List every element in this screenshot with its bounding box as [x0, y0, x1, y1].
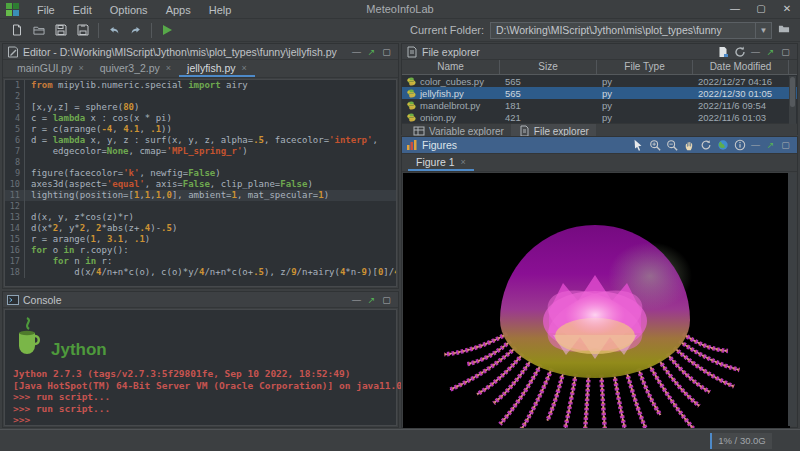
column-header-file-type[interactable]: File Type	[597, 60, 693, 74]
float-panel-icon[interactable]: ↗	[763, 138, 778, 152]
editor-tab-mainGUI.py[interactable]: mainGUI.py×	[9, 60, 92, 77]
float-panel-icon[interactable]: ↗	[763, 45, 778, 59]
tab-label: Variable explorer	[429, 126, 504, 137]
code-text	[25, 201, 31, 212]
close-tab-icon[interactable]: ×	[78, 63, 83, 73]
maximize-panel-icon[interactable]: ▢	[778, 45, 793, 59]
file-explorer-header: File explorer —↗▢	[402, 44, 797, 60]
editor-tab-bar: mainGUI.py×quiver3_2.py×jellyfish.py×	[3, 60, 398, 78]
open-file-button[interactable]	[28, 21, 50, 40]
maximize-panel-icon[interactable]: ▢	[778, 138, 793, 152]
terminal-icon	[7, 294, 19, 306]
close-tab-icon[interactable]: ×	[461, 157, 466, 167]
minimize-panel-icon[interactable]: —	[748, 45, 763, 59]
new-item-button[interactable]	[714, 45, 731, 59]
column-header-date-modified[interactable]: Date Modified	[693, 60, 789, 74]
zoom-out-icon	[666, 139, 678, 151]
figure-canvas[interactable]	[403, 173, 788, 426]
pan-button[interactable]	[680, 138, 697, 152]
code-line: 13d(x, y, z*cos(z)*r)	[5, 212, 396, 223]
console-lines: Jython 2.7.3 (tags/v2.7.3:5f29801fe, Sep…	[13, 368, 388, 426]
menu-options[interactable]: Options	[101, 4, 157, 16]
zoom-in-button[interactable]	[646, 138, 663, 152]
code-lines: 1from mipylib.numeric.special import air…	[5, 80, 396, 278]
redo-icon	[130, 24, 142, 36]
line-number: 11	[5, 190, 25, 201]
current-folder-combobox[interactable]: D:\Working\MIScript\Jython\mis\plot_type…	[490, 22, 772, 39]
current-folder-value[interactable]: D:\Working\MIScript\Jython\mis\plot_type…	[491, 24, 755, 36]
globe-button[interactable]	[714, 138, 731, 152]
toolbar-separator	[151, 23, 152, 38]
status-bar: 1% / 30.0G	[0, 429, 800, 451]
console-panel-header: Console —↗▢	[3, 292, 398, 308]
file-row-onion.py[interactable]: onion.py421py2022/11/6 01:03	[402, 111, 797, 123]
column-header-name[interactable]: Name	[402, 60, 500, 74]
menu-apps[interactable]: Apps	[157, 4, 200, 16]
menu-file[interactable]: File	[28, 4, 64, 16]
code-text: r = c(arange(-4, 4.1, .1))	[25, 124, 172, 135]
file-row-color_cubes.py[interactable]: color_cubes.py565py2022/12/27 04:16	[402, 75, 797, 87]
minimize-panel-icon[interactable]: —	[748, 138, 763, 152]
line-number: 6	[5, 135, 25, 146]
minimize-panel-icon[interactable]: —	[349, 45, 364, 59]
code-line: 10axes3d(aspect='equal', axis=False, cli…	[5, 179, 396, 190]
editor-tab-jellyfish.py[interactable]: jellyfish.py×	[179, 60, 255, 77]
file-cell: 2022/12/27 04:16	[693, 76, 789, 87]
save-icon	[55, 24, 67, 36]
menu-help[interactable]: Help	[200, 4, 241, 16]
close-window-icon[interactable]: ✕	[774, 0, 800, 18]
file-row-mandelbrot.py[interactable]: mandelbrot.py181py2022/11/6 09:54	[402, 99, 797, 111]
refresh-button[interactable]	[731, 45, 748, 59]
float-panel-icon[interactable]: ↗	[364, 293, 379, 307]
jellyfish-plot	[403, 173, 790, 428]
code-editor[interactable]: 1from mipylib.numeric.special import air…	[4, 79, 397, 287]
code-line: 1from mipylib.numeric.special import air…	[5, 80, 396, 91]
line-number: 13	[5, 212, 25, 223]
run-script-button[interactable]	[156, 21, 178, 40]
close-tab-icon[interactable]: ×	[242, 63, 247, 73]
file-name-cell: jellyfish.py	[402, 88, 500, 99]
figure-tab-figure-1[interactable]: Figure 1×	[408, 154, 474, 171]
figure-scrollbar[interactable]	[788, 173, 796, 426]
file-explorer-panel: File explorer —↗▢ NameSizeFile TypeDate …	[401, 43, 798, 135]
maximize-panel-icon[interactable]: ▢	[379, 293, 394, 307]
run-icon	[161, 24, 173, 36]
browse-folder-button[interactable]	[778, 21, 790, 39]
line-number: 17	[5, 256, 25, 267]
rotate-button[interactable]	[697, 138, 714, 152]
save-button[interactable]	[50, 21, 72, 40]
console-output[interactable]: Jython Jython 2.7.3 (tags/v2.7.3:5f29801…	[4, 309, 397, 426]
file-table-scrollbar[interactable]	[789, 76, 796, 124]
undo-button[interactable]	[103, 21, 125, 40]
meteoinfolab-window: FileEditOptionsAppsHelp MeteoInfoLab —▢✕…	[0, 0, 800, 451]
jython-logo: Jython	[13, 316, 388, 360]
code-text: from mipylib.numeric.special import airy	[25, 80, 248, 91]
close-tab-icon[interactable]: ×	[166, 63, 171, 73]
zoom-out-button[interactable]	[663, 138, 680, 152]
file-cell: 421	[500, 112, 597, 123]
float-panel-icon[interactable]: ↗	[364, 45, 379, 59]
minimize-panel-icon[interactable]: —	[349, 293, 364, 307]
new-file-button[interactable]	[6, 21, 28, 40]
minimize-window-icon[interactable]: —	[722, 0, 748, 18]
menu-edit[interactable]: Edit	[64, 4, 101, 16]
file-explorer-controls: —↗▢	[714, 45, 793, 59]
figures-panel-title: Figures	[422, 139, 457, 151]
identify-button[interactable]	[731, 138, 748, 152]
save-as-button[interactable]	[72, 21, 94, 40]
code-text: axes3d(aspect='equal', axis=False, clip_…	[25, 179, 313, 190]
maximize-panel-icon[interactable]: ▢	[379, 45, 394, 59]
info-icon	[734, 139, 746, 151]
file-row-jellyfish.py[interactable]: jellyfish.py565py2022/12/30 01:05	[402, 87, 797, 99]
file-table-header: NameSizeFile TypeDate Modified	[402, 60, 797, 75]
chevron-down-icon[interactable]: ▼	[755, 23, 771, 38]
code-text: edgecolor=None, cmap='MPL_spring_r')	[25, 146, 248, 157]
maximize-window-icon[interactable]: ▢	[748, 0, 774, 18]
editor-tab-quiver3_2.py[interactable]: quiver3_2.py×	[92, 60, 179, 77]
file-cell: 2022/11/6 09:54	[693, 100, 789, 111]
window-controls: —▢✕	[722, 0, 800, 18]
select-tool-button[interactable]	[629, 138, 646, 152]
redo-button[interactable]	[125, 21, 147, 40]
scrollbar-thumb[interactable]	[790, 77, 795, 107]
column-header-size[interactable]: Size	[500, 60, 597, 74]
